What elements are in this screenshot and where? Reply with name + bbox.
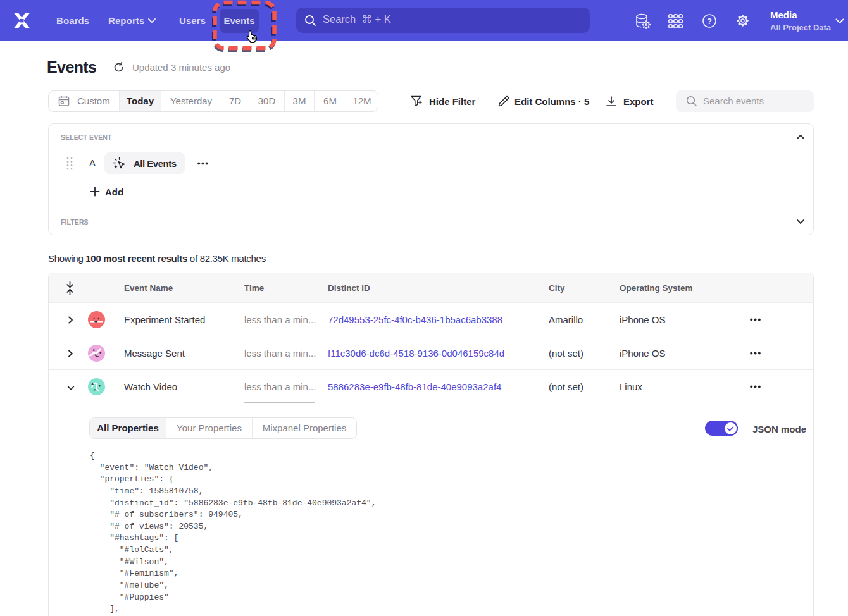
svg-text:?: ? — [707, 16, 712, 26]
